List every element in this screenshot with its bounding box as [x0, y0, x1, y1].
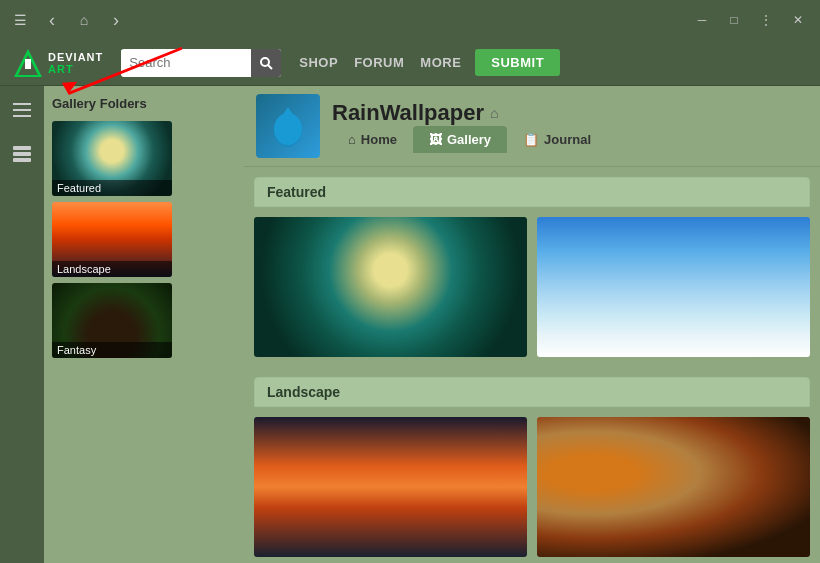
gallery-folders-panel: Gallery Folders Featured Landscape — [44, 86, 244, 563]
profile-name: RainWallpaper ⌂ — [332, 100, 607, 126]
profile-info: RainWallpaper ⌂ ⌂ Home 🖼 Gallery — [332, 100, 607, 153]
da-logo-text: DEVIANT ART — [48, 51, 103, 75]
submit-button[interactable]: SUBMIT — [475, 49, 560, 76]
profile-header: RainWallpaper ⌂ ⌂ Home 🖼 Gallery — [244, 86, 820, 167]
search-icon — [259, 56, 273, 70]
tab-home-label: Home — [361, 132, 397, 147]
sidebar — [0, 86, 44, 563]
tab-gallery[interactable]: 🖼 Gallery — [413, 126, 507, 153]
folder-label-fantasy: Fantasy — [52, 342, 172, 358]
tab-gallery-label: Gallery — [447, 132, 491, 147]
hamburger-button[interactable]: ☰ — [8, 8, 32, 32]
more-link[interactable]: MORE — [420, 55, 461, 70]
tab-gallery-icon: 🖼 — [429, 132, 442, 147]
shop-link[interactable]: SHOP — [299, 55, 338, 70]
forward-button[interactable]: › — [104, 8, 128, 32]
svg-rect-10 — [13, 158, 31, 162]
svg-rect-8 — [13, 146, 31, 150]
svg-rect-2 — [25, 59, 31, 69]
svg-rect-5 — [13, 103, 31, 105]
tab-journal[interactable]: 📋 Journal — [507, 126, 607, 153]
minimize-button[interactable]: ─ — [688, 8, 716, 32]
gallery-scroll[interactable]: Featured Landscape — [244, 167, 820, 563]
nav-bar: DEVIANT ART SHOP FORUM MORE SUBMIT — [0, 40, 820, 86]
search-container — [121, 49, 281, 77]
profile-tabs: ⌂ Home 🖼 Gallery 📋 Journal — [332, 126, 607, 153]
profile-home-icon: ⌂ — [490, 105, 498, 121]
folder-item-landscape[interactable]: Landscape — [52, 202, 236, 277]
featured-section-content — [254, 207, 810, 367]
content-area: Gallery Folders Featured Landscape — [44, 86, 820, 563]
tab-home[interactable]: ⌂ Home — [332, 126, 413, 153]
svg-rect-7 — [13, 115, 31, 117]
folder-thumb-landscape: Landscape — [52, 202, 172, 277]
tab-home-icon: ⌂ — [348, 132, 356, 147]
folder-item-featured[interactable]: Featured — [52, 121, 236, 196]
forum-link[interactable]: FORUM — [354, 55, 404, 70]
folder-item-fantasy[interactable]: Fantasy — [52, 283, 236, 358]
more-options-button[interactable]: ⋮ — [752, 8, 780, 32]
title-bar-left: ☰ ‹ ⌂ › — [8, 8, 128, 32]
sidebar-list-icon[interactable] — [6, 138, 38, 170]
folder-thumb-featured: Featured — [52, 121, 172, 196]
landscape-section-header: Landscape — [254, 377, 810, 407]
svg-rect-9 — [13, 152, 31, 156]
svg-rect-6 — [13, 109, 31, 111]
gallery-folders-title: Gallery Folders — [52, 94, 236, 113]
profile-avatar — [256, 94, 320, 158]
gallery-main: RainWallpaper ⌂ ⌂ Home 🖼 Gallery — [244, 86, 820, 563]
nav-links: SHOP FORUM MORE — [299, 55, 461, 70]
folder-label-featured: Featured — [52, 180, 172, 196]
svg-point-3 — [261, 58, 269, 66]
tab-journal-icon: 📋 — [523, 132, 539, 147]
tab-journal-label: Journal — [544, 132, 591, 147]
title-bar: ☰ ‹ ⌂ › ─ □ ⋮ ✕ — [0, 0, 820, 40]
title-bar-right: ─ □ ⋮ ✕ — [688, 8, 812, 32]
gallery-thumb-autumn-leaves[interactable] — [537, 417, 810, 557]
gallery-thumb-blue-sky[interactable] — [537, 217, 810, 357]
close-button[interactable]: ✕ — [784, 8, 812, 32]
da-logo-icon — [12, 47, 44, 79]
gallery-thumb-city-sunset[interactable] — [254, 417, 527, 557]
main-layout: Gallery Folders Featured Landscape — [0, 86, 820, 563]
back-button[interactable]: ‹ — [40, 8, 64, 32]
maximize-button[interactable]: □ — [720, 8, 748, 32]
search-button[interactable] — [251, 49, 281, 77]
svg-line-4 — [268, 65, 272, 69]
sidebar-menu-icon[interactable] — [6, 94, 38, 126]
home-button[interactable]: ⌂ — [72, 8, 96, 32]
featured-section-header: Featured — [254, 177, 810, 207]
landscape-section-content — [254, 407, 810, 563]
folder-thumb-fantasy: Fantasy — [52, 283, 172, 358]
folder-label-landscape: Landscape — [52, 261, 172, 277]
deviantart-logo[interactable]: DEVIANT ART — [12, 47, 103, 79]
gallery-thumb-moon-clouds[interactable] — [254, 217, 527, 357]
search-input[interactable] — [121, 50, 251, 75]
landscape-section: Landscape — [254, 377, 810, 563]
